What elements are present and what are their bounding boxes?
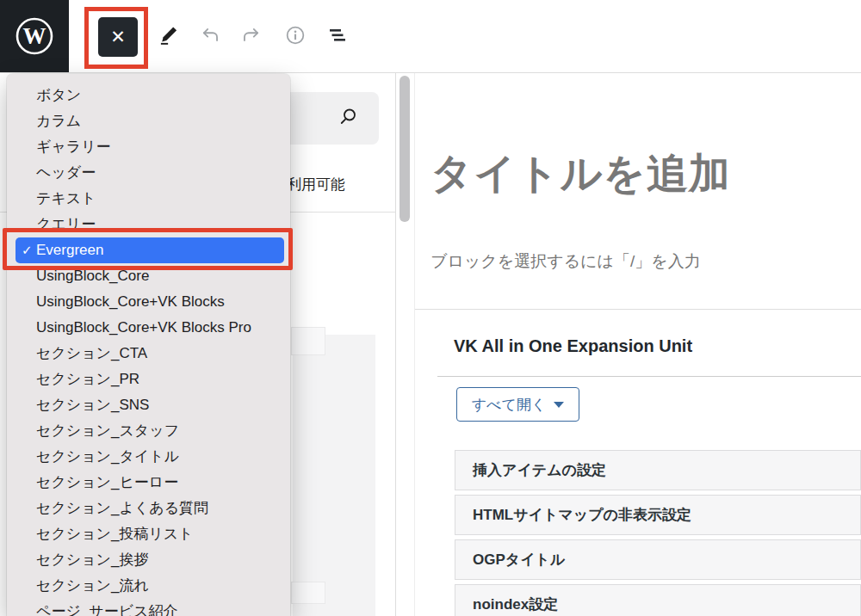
dropdown-item[interactable]: UsingBlock_Core+VK Blocks bbox=[15, 289, 284, 315]
edit-pencil-icon bbox=[158, 24, 180, 46]
dropdown-item-label: UsingBlock_Core+VK Blocks Pro bbox=[36, 319, 251, 336]
dropdown-item-label: カラム bbox=[36, 113, 81, 129]
scrollbar-thumb[interactable] bbox=[400, 76, 410, 222]
dropdown-item-label: セクション_投稿リスト bbox=[36, 526, 194, 542]
pattern-thumbnail bbox=[291, 582, 325, 604]
dropdown-item[interactable]: セクション_流れ bbox=[15, 573, 284, 599]
dropdown-item[interactable]: セクション_よくある質問 bbox=[15, 496, 284, 521]
dropdown-item[interactable]: テキスト bbox=[15, 186, 284, 212]
accordion-panel-header[interactable]: OGPタイトル bbox=[455, 539, 861, 580]
wordpress-logo-button[interactable]: W bbox=[0, 0, 69, 72]
dropdown-item[interactable]: ギャラリー bbox=[15, 134, 284, 160]
dropdown-item[interactable]: ページ_サービス紹介 bbox=[15, 599, 284, 616]
pattern-thumbnail bbox=[291, 327, 325, 355]
dropdown-item-label: テキスト bbox=[36, 190, 96, 206]
close-icon: ✕ bbox=[110, 27, 126, 47]
post-title-placeholder[interactable]: タイトルを追加 bbox=[430, 146, 731, 201]
dropdown-item-label: セクション_流れ bbox=[36, 577, 149, 594]
metabox-divider bbox=[437, 376, 861, 377]
canvas-left-border bbox=[414, 72, 415, 616]
search-icon bbox=[338, 108, 358, 128]
accordion-panel-header[interactable]: HTMLサイトマップの非表示設定 bbox=[455, 495, 861, 535]
dropdown-item[interactable]: セクション_スタッフ bbox=[15, 418, 284, 444]
metabox-top-border bbox=[415, 309, 861, 310]
dropdown-item-label: セクション_PR bbox=[36, 371, 139, 387]
expand-all-button[interactable]: すべて開く bbox=[456, 387, 579, 422]
dropdown-item[interactable]: ✓Evergreen bbox=[15, 237, 284, 263]
list-view-button[interactable] bbox=[326, 23, 350, 47]
dropdown-item[interactable]: ヘッダー bbox=[15, 160, 284, 186]
wordpress-logo-icon: W bbox=[14, 15, 55, 57]
dropdown-item[interactable]: セクション_ヒーロー bbox=[15, 470, 284, 496]
undo-button[interactable] bbox=[199, 23, 223, 47]
dropdown-item[interactable]: ボタン bbox=[15, 83, 284, 108]
dropdown-item[interactable]: カラム bbox=[15, 108, 284, 134]
dropdown-item-label: クエリー bbox=[36, 216, 96, 232]
dropdown-item[interactable]: UsingBlock_Core bbox=[15, 263, 284, 289]
dropdown-item-label: セクション_スタッフ bbox=[36, 422, 179, 439]
dropdown-item[interactable]: セクション_SNS bbox=[15, 392, 284, 418]
dropdown-item-label: UsingBlock_Core bbox=[36, 268, 149, 284]
expand-all-label: すべて開く bbox=[472, 395, 547, 415]
dropdown-item[interactable]: セクション_PR bbox=[15, 367, 284, 392]
dropdown-item[interactable]: セクション_投稿リスト bbox=[15, 521, 284, 547]
list-view-icon bbox=[327, 26, 350, 45]
dropdown-item-label: Evergreen bbox=[36, 242, 103, 258]
dropdown-item-label: セクション_挨拶 bbox=[36, 551, 148, 568]
block-placeholder[interactable]: ブロックを選択するには「/」を入力 bbox=[430, 250, 701, 273]
redo-icon bbox=[239, 24, 262, 46]
dropdown-item-label: セクション_CTA bbox=[36, 345, 147, 361]
chevron-down-icon bbox=[554, 402, 564, 408]
checkmark-icon: ✓ bbox=[22, 237, 33, 263]
dropdown-item-label: ページ_サービス紹介 bbox=[36, 603, 177, 616]
close-inserter-button[interactable]: ✕ bbox=[98, 17, 138, 57]
dropdown-item[interactable]: セクション_挨拶 bbox=[15, 547, 284, 573]
dropdown-item[interactable]: UsingBlock_Core+VK Blocks Pro bbox=[15, 315, 284, 341]
dropdown-item[interactable]: クエリー bbox=[15, 212, 284, 237]
available-patterns-label: 利用可能 bbox=[287, 175, 345, 194]
svg-text:W: W bbox=[23, 23, 46, 49]
dropdown-item-label: セクション_SNS bbox=[36, 397, 149, 413]
pattern-preview-card[interactable] bbox=[293, 335, 375, 616]
accordion-panel-header[interactable]: 挿入アイテムの設定 bbox=[455, 450, 861, 490]
edit-mode-button[interactable] bbox=[157, 23, 181, 47]
dropdown-item-label: ヘッダー bbox=[36, 164, 96, 181]
accordion-panel-header[interactable]: noindex設定 bbox=[455, 584, 861, 616]
wordpress-editor-screen: W ✕ bbox=[0, 0, 861, 616]
dropdown-item-label: セクション_よくある質問 bbox=[36, 500, 208, 516]
dropdown-item-label: ボタン bbox=[36, 87, 81, 103]
metabox-title: VK All in One Expansion Unit bbox=[454, 336, 692, 356]
sidebar-right-border bbox=[395, 72, 396, 616]
dropdown-item[interactable]: セクション_CTA bbox=[15, 341, 284, 367]
redo-button[interactable] bbox=[238, 23, 263, 47]
category-dropdown: ボタンカラムギャラリーヘッダーテキストクエリー✓EvergreenUsingBl… bbox=[7, 74, 290, 616]
dropdown-item-label: セクション_ヒーロー bbox=[36, 474, 178, 490]
details-button[interactable] bbox=[283, 23, 307, 47]
metabox-panels: 挿入アイテムの設定HTMLサイトマップの非表示設定OGPタイトルnoindex設… bbox=[455, 450, 861, 616]
dropdown-item[interactable]: セクション_タイトル bbox=[15, 444, 284, 470]
editor-toolbar: W ✕ bbox=[0, 0, 861, 73]
dropdown-item-label: ギャラリー bbox=[36, 139, 111, 155]
info-icon bbox=[283, 23, 307, 47]
dropdown-item-label: セクション_タイトル bbox=[36, 448, 179, 465]
dropdown-item-label: UsingBlock_Core+VK Blocks bbox=[36, 293, 225, 310]
undo-icon bbox=[200, 24, 222, 46]
